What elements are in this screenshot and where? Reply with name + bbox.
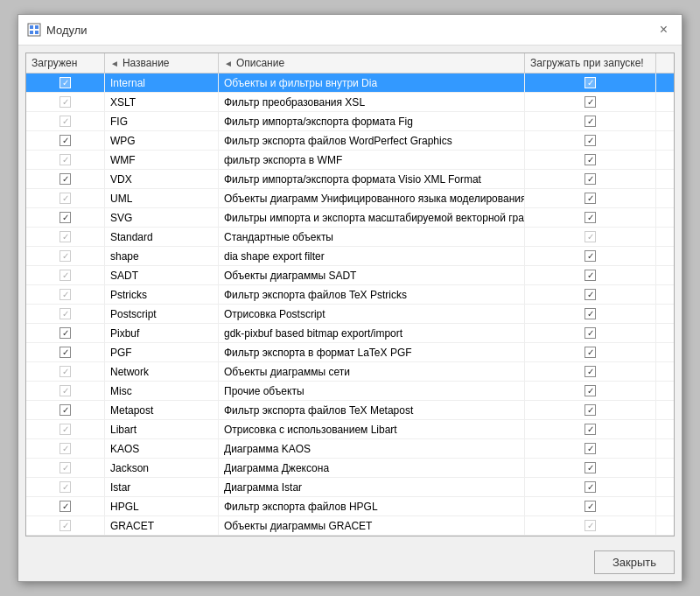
table-row[interactable]: StandardСтандартные объекты: [26, 228, 674, 247]
loaded-checkbox[interactable]: [60, 250, 71, 262]
table-row[interactable]: UMLОбъекты диаграмм Унифицированного язы…: [26, 189, 674, 208]
autoload-cell[interactable]: [525, 439, 656, 458]
loaded-cell[interactable]: [26, 459, 105, 477]
table-row[interactable]: FIGФильтр импорта/экспорта формата Fig: [26, 112, 674, 131]
autoload-checkbox[interactable]: [584, 520, 596, 531]
table-row[interactable]: MetapostФильтр экспорта файлов TeX Metap…: [26, 401, 674, 420]
autoload-cell[interactable]: [525, 228, 656, 246]
loaded-cell[interactable]: [26, 247, 105, 265]
autoload-cell[interactable]: [525, 401, 656, 419]
autoload-checkbox[interactable]: [584, 327, 596, 339]
table-row[interactable]: JacksonДиаграмма Джексона: [26, 459, 674, 478]
table-row[interactable]: VDXФильтр импорта/экспорта формата Visio…: [26, 170, 674, 189]
autoload-cell[interactable]: [525, 170, 656, 188]
table-row[interactable]: InternalОбъекты и фильтры внутри Dia: [26, 74, 674, 93]
autoload-checkbox[interactable]: [584, 366, 596, 377]
loaded-cell[interactable]: [26, 131, 105, 150]
autoload-checkbox[interactable]: [584, 270, 596, 281]
loaded-checkbox[interactable]: [60, 212, 71, 223]
table-row[interactable]: GRACETОбъекты диаграммы GRACET: [26, 516, 674, 536]
autoload-checkbox[interactable]: [584, 154, 596, 165]
autoload-checkbox[interactable]: [584, 347, 596, 358]
table-row[interactable]: XSLTФильтр преобразования XSL: [26, 93, 674, 112]
table-row[interactable]: MiscПрочие объекты: [26, 382, 674, 401]
loaded-checkbox[interactable]: [60, 443, 71, 454]
loaded-cell[interactable]: [26, 478, 105, 496]
autoload-checkbox[interactable]: [584, 424, 596, 435]
loaded-cell[interactable]: [26, 112, 105, 130]
close-button[interactable]: ×: [654, 20, 673, 39]
loaded-checkbox[interactable]: [60, 308, 71, 319]
autoload-cell[interactable]: [525, 131, 656, 150]
table-row[interactable]: WPGФильтр экспорта файлов WordPerfect Gr…: [26, 131, 674, 151]
loaded-checkbox[interactable]: [60, 231, 71, 242]
col-loaded[interactable]: Загружен: [26, 53, 105, 73]
autoload-cell[interactable]: [525, 112, 656, 130]
col-autoload[interactable]: Загружать при запуске!: [525, 53, 656, 73]
loaded-cell[interactable]: [26, 189, 105, 207]
autoload-checkbox[interactable]: [584, 193, 596, 204]
autoload-cell[interactable]: [525, 74, 656, 92]
autoload-checkbox[interactable]: [584, 462, 596, 473]
table-row[interactable]: PostscriptОтрисовка Postscript: [26, 305, 674, 324]
autoload-checkbox[interactable]: [584, 96, 596, 108]
loaded-checkbox[interactable]: [60, 154, 71, 165]
col-name[interactable]: ◄ Название: [105, 53, 219, 73]
autoload-cell[interactable]: [525, 93, 656, 111]
autoload-cell[interactable]: [525, 478, 656, 496]
loaded-cell[interactable]: [26, 401, 105, 419]
autoload-checkbox[interactable]: [584, 501, 596, 512]
autoload-cell[interactable]: [525, 497, 656, 515]
loaded-checkbox[interactable]: [60, 193, 71, 204]
loaded-cell[interactable]: [26, 362, 105, 381]
loaded-cell[interactable]: [26, 266, 105, 284]
loaded-checkbox[interactable]: [60, 520, 71, 531]
autoload-cell[interactable]: [525, 247, 656, 265]
loaded-checkbox[interactable]: [60, 327, 71, 339]
autoload-cell[interactable]: [525, 324, 656, 342]
autoload-cell[interactable]: [525, 189, 656, 207]
close-dialog-button[interactable]: Закрыть: [594, 550, 675, 574]
table-row[interactable]: PGFФильтр экспорта в формат LaTeX PGF: [26, 343, 674, 362]
loaded-cell[interactable]: [26, 170, 105, 188]
autoload-checkbox[interactable]: [584, 404, 596, 416]
loaded-checkbox[interactable]: [60, 289, 71, 300]
loaded-cell[interactable]: [26, 151, 105, 169]
table-row[interactable]: SVGФильтры импорта и экспорта масштабиру…: [26, 208, 674, 228]
loaded-checkbox[interactable]: [60, 462, 71, 473]
autoload-checkbox[interactable]: [584, 289, 596, 300]
col-description[interactable]: ◄ Описание: [219, 53, 525, 73]
loaded-cell[interactable]: [26, 497, 105, 515]
loaded-cell[interactable]: [26, 305, 105, 323]
loaded-checkbox[interactable]: [60, 77, 71, 88]
autoload-checkbox[interactable]: [584, 116, 596, 127]
loaded-checkbox[interactable]: [60, 96, 71, 108]
loaded-checkbox[interactable]: [60, 404, 71, 416]
loaded-checkbox[interactable]: [60, 173, 71, 185]
autoload-cell[interactable]: [525, 208, 656, 227]
autoload-checkbox[interactable]: [584, 443, 596, 454]
table-row[interactable]: shapedia shape export filter: [26, 247, 674, 266]
loaded-checkbox[interactable]: [60, 385, 71, 396]
autoload-checkbox[interactable]: [584, 77, 596, 88]
autoload-cell[interactable]: [525, 305, 656, 323]
table-row[interactable]: IstarДиаграмма Istar: [26, 478, 674, 497]
loaded-checkbox[interactable]: [60, 424, 71, 435]
autoload-checkbox[interactable]: [584, 385, 596, 396]
loaded-checkbox[interactable]: [60, 501, 71, 512]
autoload-cell[interactable]: [525, 266, 656, 284]
table-row[interactable]: KAOSДиаграмма KAOS: [26, 439, 674, 459]
loaded-checkbox[interactable]: [60, 347, 71, 358]
table-row[interactable]: PstricksФильтр экспорта файлов TeX Pstri…: [26, 285, 674, 305]
loaded-checkbox[interactable]: [60, 116, 71, 127]
autoload-cell[interactable]: [525, 285, 656, 304]
loaded-cell[interactable]: [26, 420, 105, 438]
loaded-checkbox[interactable]: [60, 481, 71, 493]
autoload-cell[interactable]: [525, 382, 656, 400]
table-row[interactable]: SADTОбъекты диаграммы SADT: [26, 266, 674, 285]
autoload-checkbox[interactable]: [584, 173, 596, 185]
autoload-checkbox[interactable]: [584, 308, 596, 319]
loaded-checkbox[interactable]: [60, 366, 71, 377]
loaded-cell[interactable]: [26, 439, 105, 458]
autoload-cell[interactable]: [525, 362, 656, 381]
